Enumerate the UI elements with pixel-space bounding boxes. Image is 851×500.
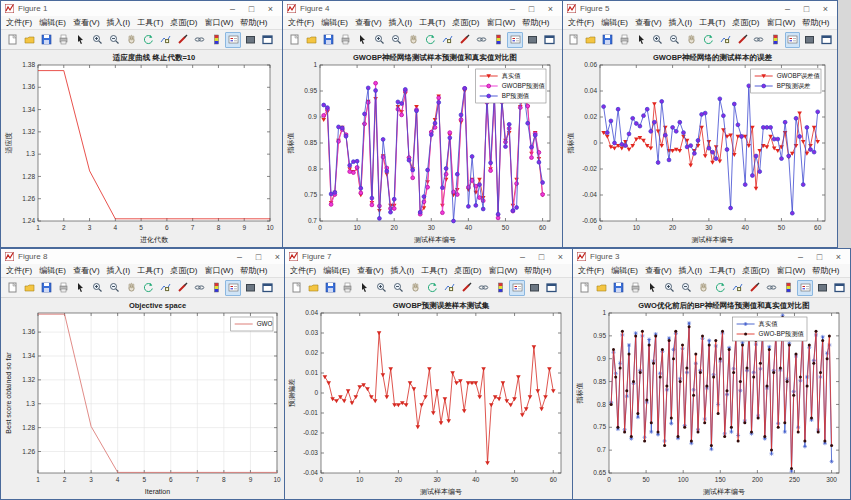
dock-figure-icon[interactable] [541, 32, 557, 48]
zoom-out-icon[interactable] [667, 32, 683, 48]
zoom-in-icon[interactable] [371, 32, 387, 48]
open-folder-icon[interactable] [21, 32, 37, 48]
rotate-3d-icon[interactable] [424, 280, 440, 296]
close-button[interactable]: × [263, 2, 278, 16]
title-bar[interactable]: Figure 7 – □ × [285, 249, 572, 264]
data-cursor-icon[interactable] [439, 32, 455, 48]
zoom-in-icon[interactable] [650, 32, 666, 48]
menu-item-5[interactable]: 桌面(D) [742, 265, 769, 276]
title-bar[interactable]: Figure 3 – □ × [573, 249, 850, 264]
brush-icon[interactable] [174, 280, 190, 296]
close-button[interactable]: × [831, 250, 846, 264]
menu-item-3[interactable]: 插入(I) [679, 265, 703, 276]
minimize-button[interactable]: – [225, 2, 240, 16]
minimize-button[interactable]: – [232, 250, 247, 264]
rotate-3d-icon[interactable] [712, 280, 728, 296]
zoom-out-icon[interactable] [106, 32, 122, 48]
print-icon[interactable] [55, 280, 71, 296]
menu-item-6[interactable]: 窗口(W) [204, 17, 233, 28]
menu-item-0[interactable]: 文件(F) [6, 17, 32, 28]
data-cursor-icon[interactable] [157, 280, 173, 296]
dock-minimize-icon[interactable] [526, 280, 542, 296]
menu-item-7[interactable]: 帮助(H) [240, 17, 267, 28]
insert-colorbar-icon[interactable] [208, 280, 224, 296]
minimize-button[interactable]: – [515, 250, 530, 264]
pan-icon[interactable] [123, 32, 139, 48]
maximize-button[interactable]: □ [534, 250, 549, 264]
link-plots-icon[interactable] [191, 32, 207, 48]
data-cursor-icon[interactable] [157, 32, 173, 48]
menu-item-5[interactable]: 桌面(D) [454, 265, 481, 276]
menu-item-1[interactable]: 编辑(E) [611, 265, 638, 276]
rotate-3d-icon[interactable] [140, 32, 156, 48]
menu-item-6[interactable]: 窗口(W) [776, 265, 805, 276]
menu-item-3[interactable]: 插入(I) [107, 265, 131, 276]
insert-legend-icon[interactable] [225, 32, 241, 48]
menu-item-5[interactable]: 桌面(D) [170, 17, 197, 28]
dock-minimize-icon[interactable] [242, 280, 258, 296]
maximize-button[interactable]: □ [799, 2, 814, 16]
close-button[interactable]: × [270, 250, 285, 264]
pan-icon[interactable] [123, 280, 139, 296]
menu-item-6[interactable]: 窗口(W) [488, 265, 517, 276]
menu-item-6[interactable]: 窗口(W) [486, 17, 515, 28]
link-plots-icon[interactable] [751, 32, 767, 48]
menu-item-5[interactable]: 桌面(D) [170, 265, 197, 276]
insert-legend-icon[interactable] [785, 32, 801, 48]
menu-item-3[interactable]: 插入(I) [107, 17, 131, 28]
brush-icon[interactable] [456, 32, 472, 48]
pan-icon[interactable] [684, 32, 700, 48]
save-icon[interactable] [320, 32, 336, 48]
new-file-icon[interactable] [4, 32, 20, 48]
data-cursor-icon[interactable] [717, 32, 733, 48]
new-file-icon[interactable] [576, 280, 592, 296]
data-cursor-icon[interactable] [729, 280, 745, 296]
new-file-icon[interactable] [288, 280, 304, 296]
dock-figure-icon[interactable] [259, 32, 275, 48]
zoom-out-icon[interactable] [388, 32, 404, 48]
save-icon[interactable] [600, 32, 616, 48]
menu-item-1[interactable]: 编辑(E) [323, 265, 350, 276]
cursor-icon[interactable] [644, 280, 660, 296]
title-bar[interactable]: Figure 5 – □ × [563, 1, 837, 16]
title-bar[interactable]: Figure 4 – □ × [283, 1, 562, 16]
open-folder-icon[interactable] [583, 32, 599, 48]
cursor-icon[interactable] [72, 32, 88, 48]
dock-figure-icon[interactable] [543, 280, 559, 296]
menu-item-2[interactable]: 查看(V) [645, 265, 672, 276]
new-file-icon[interactable] [286, 32, 302, 48]
brush-icon[interactable] [746, 280, 762, 296]
print-icon[interactable] [337, 32, 353, 48]
rotate-3d-icon[interactable] [701, 32, 717, 48]
menu-item-1[interactable]: 编辑(E) [39, 17, 66, 28]
maximize-button[interactable]: □ [812, 250, 827, 264]
link-plots-icon[interactable] [475, 280, 491, 296]
menu-item-4[interactable]: 工具(T) [421, 265, 447, 276]
menu-item-4[interactable]: 工具(T) [137, 17, 163, 28]
menu-item-6[interactable]: 窗口(W) [204, 265, 233, 276]
menu-item-0[interactable]: 文件(F) [568, 17, 594, 28]
print-icon[interactable] [627, 280, 643, 296]
open-folder-icon[interactable] [303, 32, 319, 48]
menu-item-4[interactable]: 工具(T) [709, 265, 735, 276]
open-folder-icon[interactable] [593, 280, 609, 296]
pan-icon[interactable] [407, 280, 423, 296]
title-bar[interactable]: Figure 8 – □ × [1, 249, 289, 264]
dock-minimize-icon[interactable] [801, 32, 817, 48]
menu-item-7[interactable]: 帮助(H) [812, 265, 839, 276]
brush-icon[interactable] [458, 280, 474, 296]
menu-item-0[interactable]: 文件(F) [6, 265, 32, 276]
menu-item-7[interactable]: 帮助(H) [522, 17, 549, 28]
close-button[interactable]: × [553, 250, 568, 264]
insert-colorbar-icon[interactable] [768, 32, 784, 48]
brush-icon[interactable] [734, 32, 750, 48]
menu-item-4[interactable]: 工具(T) [419, 17, 445, 28]
save-icon[interactable] [322, 280, 338, 296]
zoom-in-icon[interactable] [661, 280, 677, 296]
menu-item-0[interactable]: 文件(F) [290, 265, 316, 276]
menu-item-2[interactable]: 查看(V) [357, 265, 384, 276]
zoom-in-icon[interactable] [89, 32, 105, 48]
menu-item-3[interactable]: 插入(I) [669, 17, 693, 28]
menu-item-2[interactable]: 查看(V) [355, 17, 382, 28]
cursor-icon[interactable] [356, 280, 372, 296]
